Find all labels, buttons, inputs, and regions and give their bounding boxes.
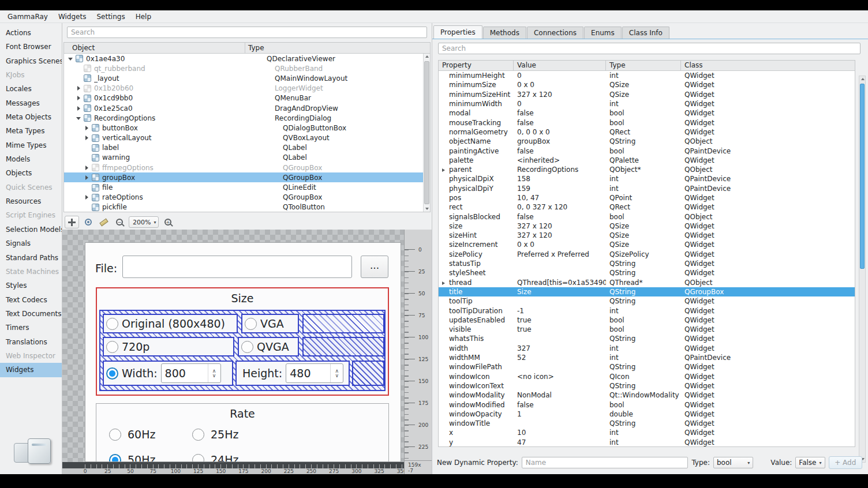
property-value[interactable]: 327	[514, 344, 606, 352]
remote-view[interactable]: File: ... Size Original (800x480)	[62, 230, 432, 474]
expander-icon[interactable]	[76, 95, 83, 102]
column-header-type[interactable]: Type	[606, 61, 681, 70]
tree-row[interactable]: groupBox QGroupBox	[64, 172, 430, 182]
property-value[interactable]: 1	[514, 410, 606, 418]
property-row[interactable]: objectName groupBox QString QObject	[439, 137, 855, 146]
property-row[interactable]: mouseTracking false bool QWidget	[439, 118, 855, 127]
expander-icon[interactable]	[84, 164, 91, 171]
property-row[interactable]: sizePolicy Preferred x Preferred QSizePo…	[439, 250, 855, 259]
tree-row[interactable]: _layout QMainWindowLayout	[64, 73, 430, 83]
column-header-object[interactable]: Object	[64, 43, 245, 53]
sidebar-item[interactable]: Meta Types	[0, 124, 62, 138]
browse-button[interactable]: ...	[361, 256, 388, 278]
property-value[interactable]: -1	[514, 307, 606, 315]
add-property-button[interactable]: + Add	[829, 456, 863, 469]
sidebar-item[interactable]: Quick Scenes	[0, 181, 62, 194]
sidebar-item[interactable]: Web Inspector	[0, 349, 62, 363]
sidebar-item[interactable]: Script Engines	[0, 208, 62, 222]
property-value[interactable]: false	[514, 109, 606, 117]
tree-row[interactable]: ffmpegOptions QGroupBox	[64, 163, 430, 172]
property-row[interactable]: parent RecordingOptions QObject* QObject	[439, 165, 855, 174]
radio-vga[interactable]: VGA	[241, 314, 299, 333]
spin-down-icon[interactable]: ∨	[335, 373, 339, 378]
property-row[interactable]: windowTitle QString QWidget	[439, 419, 855, 428]
property-row[interactable]: whatsThis QString QWidget	[439, 334, 855, 343]
expander-icon[interactable]	[84, 154, 91, 161]
property-row[interactable]: paintingActive false bool QPaintDevice	[439, 146, 855, 155]
property-value[interactable]: 0	[514, 72, 606, 80]
property-row[interactable]: modal false bool QWidget	[439, 108, 855, 118]
radio-60hz[interactable]: 60Hz	[109, 428, 155, 441]
property-value[interactable]: Size	[514, 288, 606, 296]
tab[interactable]: Class Info	[622, 27, 669, 39]
radio-24hz[interactable]: 24Hz	[192, 453, 238, 462]
property-value[interactable]: RecordingOptions	[514, 166, 606, 174]
menu-item[interactable]: GammaRay	[2, 11, 53, 22]
type-combobox[interactable]: bool ▾	[713, 457, 753, 468]
tab[interactable]: Methods	[483, 27, 526, 39]
tree-row[interactable]: rateOptions QGroupBox	[64, 193, 430, 202]
move-tool-button[interactable]	[65, 216, 79, 228]
property-value[interactable]: 0	[514, 100, 606, 108]
property-value[interactable]: 0, 0 0 x 0	[514, 128, 606, 136]
sidebar-item[interactable]: Standard Paths	[0, 251, 62, 265]
expander-icon[interactable]	[84, 184, 91, 191]
value-combobox[interactable]: False ▾	[795, 457, 825, 468]
tree-row[interactable]: pickfile QToolButton	[64, 202, 430, 212]
scrollbar-thumb[interactable]	[424, 61, 429, 204]
size-groupbox[interactable]: Size Original (800x480) VGA	[96, 287, 389, 396]
tree-row[interactable]: 0x1ae4a30 QDeclarativeViewer	[64, 54, 430, 63]
property-row[interactable]: widthMM 52 int QPaintDevice	[439, 353, 855, 362]
tree-row[interactable]: warning QLabel	[64, 153, 430, 163]
property-row[interactable]: size 327 x 120 QSize QWidget	[439, 222, 855, 231]
property-row[interactable]: statusTip QString QWidget	[439, 259, 855, 268]
property-row[interactable]: windowIcon <no icon> QIcon QWidget	[439, 372, 855, 381]
object-search-input[interactable]	[67, 27, 427, 38]
expander-icon[interactable]	[84, 144, 91, 151]
property-row[interactable]: physicalDpiX 158 int QPaintDevice	[439, 174, 855, 183]
property-row[interactable]: minimumSize 0 x 0 QSize QWidget	[439, 80, 855, 89]
tree-row[interactable]: label QLabel	[64, 143, 430, 153]
property-row[interactable]: windowOpacity 1 double QWidget	[439, 410, 855, 419]
scroll-up-icon[interactable]	[859, 76, 866, 82]
radio-50hz[interactable]: 50Hz	[109, 453, 155, 462]
menu-item[interactable]: Help	[130, 11, 156, 22]
property-row[interactable]: toolTipDuration -1 int QWidget	[439, 306, 855, 315]
radio-qvga[interactable]: QVGA	[238, 337, 299, 356]
sidebar-item[interactable]: Objects	[0, 166, 62, 180]
property-row[interactable]: rect 0, 0 327 x 120 QRect QWidget	[439, 202, 855, 212]
property-row[interactable]: normalGeometry 0, 0 0 x 0 QRect QWidget	[439, 127, 855, 137]
properties-scrollbar[interactable]	[859, 76, 866, 463]
zoom-in-button[interactable]: +	[162, 216, 174, 228]
sidebar-item[interactable]: Actions	[0, 26, 62, 40]
sidebar-item[interactable]: Timers	[0, 321, 62, 335]
property-value[interactable]: 327 x 120	[514, 222, 606, 230]
scrollbar-thumb[interactable]	[860, 84, 865, 269]
expander-icon[interactable]	[76, 75, 83, 82]
scroll-down-icon[interactable]	[424, 205, 430, 212]
tree-row[interactable]: file QLineEdit	[64, 182, 430, 192]
property-row[interactable]: pos 10, 47 QPoint QWidget	[439, 193, 855, 202]
property-name-input[interactable]	[522, 457, 689, 468]
expander-icon[interactable]	[76, 65, 83, 72]
property-value[interactable]: false	[514, 147, 606, 155]
property-value[interactable]: 327 x 120	[514, 91, 606, 99]
pick-element-button[interactable]	[82, 216, 95, 228]
property-value[interactable]: 159	[514, 185, 606, 193]
sidebar-item[interactable]: Graphics Scenes	[0, 54, 62, 68]
property-value[interactable]: <inherited>	[514, 156, 606, 164]
property-value[interactable]: 10, 47	[514, 194, 606, 202]
expander-icon[interactable]	[76, 85, 83, 92]
property-row[interactable]: x 10 int QWidget	[439, 428, 855, 437]
tree-row[interactable]: buttonBox QDialogButtonBox	[64, 123, 430, 133]
sidebar-item[interactable]: Font Browser	[0, 40, 62, 54]
property-value[interactable]: <no icon>	[514, 373, 606, 381]
sidebar-item[interactable]: Resources	[0, 194, 62, 208]
property-value[interactable]: groupBox	[514, 137, 606, 145]
sidebar-item[interactable]: Locales	[0, 82, 62, 96]
property-row[interactable]: minimumWidth 0 int QWidget	[439, 99, 855, 108]
property-row[interactable]: visible true bool QWidget	[439, 325, 855, 334]
zoom-out-button[interactable]: −	[113, 216, 126, 228]
spin-buttons[interactable]: ∧∨	[330, 364, 343, 382]
sidebar-item[interactable]: Messages	[0, 96, 62, 110]
